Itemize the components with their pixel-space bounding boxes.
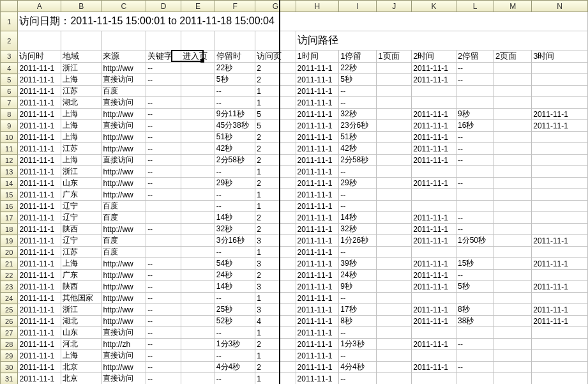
cell-r21-G[interactable]: 3 (255, 258, 296, 270)
cell-r22-B[interactable]: 广东 (61, 270, 102, 281)
row-header-24[interactable]: 24 (1, 293, 18, 304)
cell-r28-I[interactable]: 1分3秒 (339, 339, 377, 350)
cell-r25-L[interactable]: 8秒 (456, 304, 494, 316)
cell-r18-G[interactable]: 2 (255, 224, 296, 235)
cell-r18-F[interactable]: 32秒 (215, 224, 255, 235)
cell-r12-J[interactable] (377, 155, 412, 166)
cell-r23-D[interactable]: -- (146, 281, 181, 293)
row-header-3[interactable]: 3 (1, 50, 18, 63)
row-header-28[interactable]: 28 (1, 339, 18, 350)
cell-r30-A[interactable]: 2011-11-1 (18, 362, 61, 373)
cell-r17-J[interactable] (377, 212, 412, 224)
cell-r23-L[interactable]: 5秒 (456, 281, 494, 293)
col-header-I[interactable]: I (339, 1, 377, 12)
cell-r9-K[interactable]: 2011-11-1 (412, 120, 456, 132)
cell-r18-C[interactable]: http://ww (102, 224, 146, 235)
cell-r23-H[interactable]: 2011-11-1 (296, 281, 339, 293)
cell-r9-D[interactable]: -- (146, 120, 181, 132)
cell-r29-B[interactable]: 上海 (61, 350, 102, 362)
row-header-7[interactable]: 7 (1, 97, 18, 109)
cell-r17-D[interactable] (146, 212, 181, 224)
row-header-19[interactable]: 19 (1, 235, 18, 247)
cell-r8-E[interactable] (181, 109, 215, 120)
cell-r29-M[interactable] (494, 350, 532, 362)
cell-r30-J[interactable] (377, 362, 412, 373)
cell-r5-H[interactable]: 2011-11-1 (296, 74, 339, 86)
cell-r30-M[interactable] (494, 362, 532, 373)
col-header-K[interactable]: K (412, 1, 456, 12)
cell-r14-E[interactable] (181, 178, 215, 189)
cell-r10-F[interactable]: 51秒 (215, 132, 255, 143)
cell-r26-E[interactable] (181, 316, 215, 327)
cell-r21-F[interactable]: 54秒 (215, 258, 255, 270)
cell-r13-K[interactable] (412, 166, 456, 178)
cell-r11-N[interactable] (532, 143, 588, 155)
cell-r9-N[interactable]: 2011-11-1 (532, 120, 588, 132)
cell-r21-E[interactable] (181, 258, 215, 270)
cell-r14-L[interactable]: -- (456, 178, 494, 189)
row-header-8[interactable]: 8 (1, 109, 18, 120)
cell-r19-L[interactable]: 1分50秒 (456, 235, 494, 247)
cell-r30-K[interactable]: 2011-11-1 (412, 362, 456, 373)
cell-r13-B[interactable]: 浙江 (61, 166, 102, 178)
cell-r4-C[interactable]: http://ww (102, 63, 146, 74)
row-header-9[interactable]: 9 (1, 120, 18, 132)
row-header-23[interactable]: 23 (1, 281, 18, 293)
cell-r8-A[interactable]: 2011-11-1 (18, 109, 61, 120)
cell-r14-J[interactable] (377, 178, 412, 189)
cell-r7-K[interactable] (412, 97, 456, 109)
cell-r14-C[interactable]: http://ww (102, 178, 146, 189)
cell-r19-A[interactable]: 2011-11-1 (18, 235, 61, 247)
cell-r22-L[interactable]: -- (456, 270, 494, 281)
cell-r2-A[interactable] (18, 31, 61, 50)
cell-r24-E[interactable] (181, 293, 215, 304)
row-header-4[interactable]: 4 (1, 63, 18, 74)
cell-r4-F[interactable]: 22秒 (215, 63, 255, 74)
cell-r2-F[interactable] (215, 31, 255, 50)
cell-r21-N[interactable]: 2011-11-1 (532, 258, 588, 270)
cell-r16-A[interactable]: 2011-11-1 (18, 201, 61, 212)
cell-r17-I[interactable]: 14秒 (339, 212, 377, 224)
cell-r19-H[interactable]: 2011-11-1 (296, 235, 339, 247)
header-J[interactable]: 1页面 (377, 50, 412, 63)
header-F[interactable]: 停留时 (215, 50, 255, 63)
cell-r16-E[interactable] (181, 201, 215, 212)
cell-r14-F[interactable]: 29秒 (215, 178, 255, 189)
cell-r10-M[interactable] (494, 132, 532, 143)
cell-r17-E[interactable] (181, 212, 215, 224)
cell-r11-D[interactable]: -- (146, 143, 181, 155)
cell-r12-D[interactable]: -- (146, 155, 181, 166)
cell-r7-L[interactable] (456, 97, 494, 109)
cell-r8-F[interactable]: 9分11秒 (215, 109, 255, 120)
cell-r9-J[interactable] (377, 120, 412, 132)
cell-r8-C[interactable]: http://ww (102, 109, 146, 120)
cell-r30-L[interactable]: -- (456, 362, 494, 373)
cell-r21-J[interactable] (377, 258, 412, 270)
cell-r11-E[interactable] (181, 143, 215, 155)
cell-r27-J[interactable] (377, 327, 412, 339)
cell-r8-G[interactable]: 5 (255, 109, 296, 120)
cell-r12-B[interactable]: 上海 (61, 155, 102, 166)
cell-r22-H[interactable]: 2011-11-1 (296, 270, 339, 281)
cell-r7-J[interactable] (377, 97, 412, 109)
cell-r15-F[interactable]: -- (215, 189, 255, 201)
cell-r25-H[interactable]: 2011-11-1 (296, 304, 339, 316)
cell-r6-H[interactable]: 2011-11-1 (296, 86, 339, 97)
cell-r18-J[interactable] (377, 224, 412, 235)
cell-r31-N[interactable] (532, 373, 588, 385)
cell-r6-E[interactable] (181, 86, 215, 97)
header-B[interactable]: 地域 (61, 50, 102, 63)
cell-r27-D[interactable]: -- (146, 327, 181, 339)
cell-r28-E[interactable] (181, 339, 215, 350)
row-header-15[interactable]: 15 (1, 189, 18, 201)
cell-r20-C[interactable]: 百度 (102, 247, 146, 258)
cell-r15-A[interactable]: 2011-11-1 (18, 189, 61, 201)
cell-r11-G[interactable]: 2 (255, 143, 296, 155)
cell-r24-L[interactable] (456, 293, 494, 304)
cell-r8-N[interactable]: 2011-11-1 (532, 109, 588, 120)
cell-r13-L[interactable] (456, 166, 494, 178)
cell-r6-K[interactable] (412, 86, 456, 97)
cell-r18-H[interactable]: 2011-11-1 (296, 224, 339, 235)
row-header-18[interactable]: 18 (1, 224, 18, 235)
cell-r5-D[interactable]: -- (146, 74, 181, 86)
